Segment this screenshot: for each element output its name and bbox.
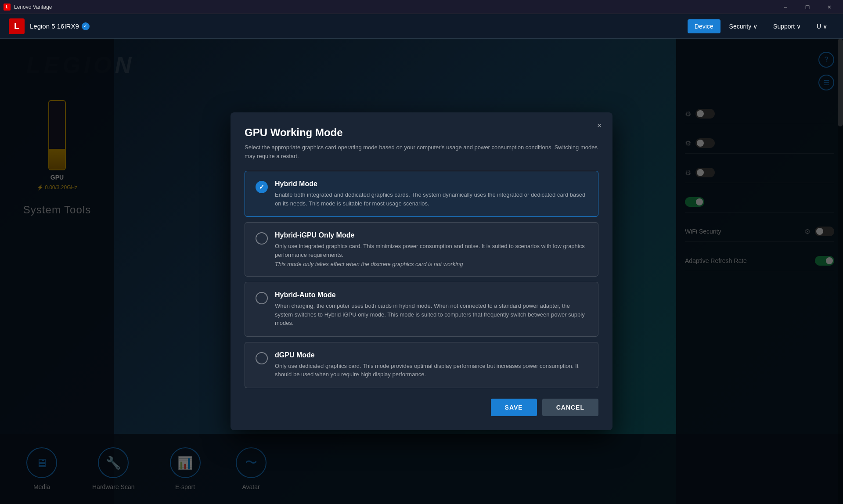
titlebar-left: L Lenovo Vantage xyxy=(4,4,52,11)
radio-hybrid-igpu[interactable] xyxy=(256,232,268,245)
app-title: Lenovo Vantage xyxy=(14,4,52,10)
topnav-right: Device Security ∨ Support ∨ U ∨ xyxy=(688,19,834,33)
dgpu-content: dGPU Mode Only use dedicated graphics ca… xyxy=(275,351,587,379)
hybrid-mode-desc: Enable both integrated and dedicated gra… xyxy=(275,191,587,208)
hybrid-mode-content: Hybrid Mode Enable both integrated and d… xyxy=(275,180,587,208)
modal-subtitle: Select the appropriate graphics card ope… xyxy=(245,143,598,160)
modal-footer: SAVE CANCEL xyxy=(245,399,598,416)
hybrid-igpu-mode-desc: Only use integrated graphics card. This … xyxy=(275,242,587,259)
modal-close-button[interactable]: × xyxy=(593,119,605,132)
minimize-button[interactable]: − xyxy=(775,0,796,14)
hybrid-igpu-mode-name: Hybrid-iGPU Only Mode xyxy=(275,231,587,239)
nav-security-button[interactable]: Security ∨ xyxy=(722,19,764,33)
cancel-button[interactable]: CANCEL xyxy=(542,399,598,416)
hybrid-auto-content: Hybrid-Auto Mode When charging, the comp… xyxy=(275,291,587,328)
dgpu-mode-desc: Only use dedicated graphics card. This m… xyxy=(275,362,587,379)
hybrid-igpu-content: Hybrid-iGPU Only Mode Only use integrate… xyxy=(275,231,587,267)
mode-option-hybrid-auto[interactable]: Hybrid-Auto Mode When charging, the comp… xyxy=(245,282,598,337)
hybrid-mode-name: Hybrid Mode xyxy=(275,180,587,188)
verified-badge-icon: ✓ xyxy=(82,22,90,30)
mode-option-hybrid-igpu[interactable]: Hybrid-iGPU Only Mode Only use integrate… xyxy=(245,222,598,277)
radio-dgpu[interactable] xyxy=(256,352,268,364)
app-logo-icon: L xyxy=(4,4,11,11)
radio-hybrid-auto[interactable] xyxy=(256,292,268,304)
hybrid-auto-mode-desc: When charging, the computer uses both ca… xyxy=(275,302,587,328)
nav-device-button[interactable]: Device xyxy=(688,19,721,33)
titlebar: L Lenovo Vantage − □ × xyxy=(0,0,843,14)
mode-option-hybrid[interactable]: Hybrid Mode Enable both integrated and d… xyxy=(245,171,598,217)
hybrid-igpu-mode-note: This mode only takes effect when the dis… xyxy=(275,261,587,267)
lenovo-logo-icon: L xyxy=(9,18,25,34)
nav-support-button[interactable]: Support ∨ xyxy=(766,19,808,33)
maximize-button[interactable]: □ xyxy=(797,0,818,14)
hybrid-auto-mode-name: Hybrid-Auto Mode xyxy=(275,291,587,299)
radio-hybrid[interactable] xyxy=(256,181,268,193)
mode-option-dgpu[interactable]: dGPU Mode Only use dedicated graphics ca… xyxy=(245,342,598,388)
modal-overlay: × GPU Working Mode Select the appropriat… xyxy=(0,39,843,504)
device-name: Legion 5 16IRX9 ✓ xyxy=(30,22,90,30)
nav-user-button[interactable]: U ∨ xyxy=(810,19,834,33)
close-button[interactable]: × xyxy=(819,0,839,14)
save-button[interactable]: SAVE xyxy=(491,399,537,416)
modal-title: GPU Working Mode xyxy=(245,126,598,139)
gpu-mode-modal: × GPU Working Mode Select the appropriat… xyxy=(231,112,612,430)
dgpu-mode-name: dGPU Mode xyxy=(275,351,587,359)
main-content-area: LEGION GPU ⚡ 0.00/3.20GHz System Tools ?… xyxy=(0,39,843,504)
titlebar-controls: − □ × xyxy=(775,0,839,14)
topnav-left: L Legion 5 16IRX9 ✓ xyxy=(9,18,90,34)
top-navigation: L Legion 5 16IRX9 ✓ Device Security ∨ Su… xyxy=(0,14,843,39)
